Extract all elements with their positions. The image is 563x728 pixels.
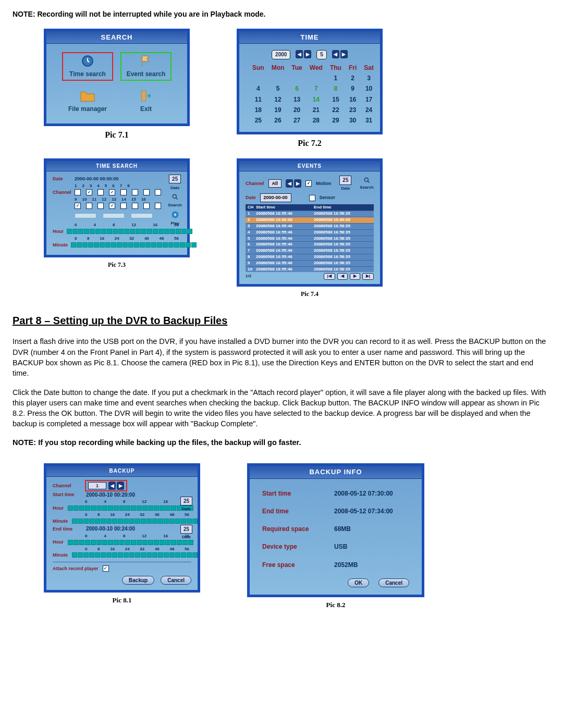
bar-segment[interactable] (123, 242, 128, 248)
ev-ch-value[interactable]: All (268, 179, 282, 188)
bar-segment[interactable] (158, 229, 164, 234)
backup-button[interactable]: Backup (122, 576, 154, 585)
event-row[interactable]: 820080508 16:55:4620080508 16:58:35 (246, 254, 374, 260)
bar-segment[interactable] (102, 540, 107, 545)
bar-segment[interactable] (171, 505, 176, 511)
cal-cell[interactable]: 23 (349, 106, 357, 114)
bar-segment[interactable] (72, 229, 78, 234)
bar-segment[interactable] (169, 552, 175, 558)
bar-segment[interactable] (141, 519, 146, 524)
cal-cell[interactable]: 31 (364, 116, 374, 125)
cal-cell[interactable]: 12 (272, 95, 285, 104)
bar-segment[interactable] (142, 505, 148, 511)
bk-min-bars-2[interactable] (72, 552, 198, 558)
event-search-item[interactable]: Event search (121, 53, 170, 79)
bar-segment[interactable] (91, 505, 96, 511)
bar-segment[interactable] (96, 505, 102, 511)
channel-check[interactable] (120, 203, 127, 209)
month-arrows[interactable]: ◀▶ (332, 50, 348, 59)
bar-segment[interactable] (137, 540, 142, 545)
next-icon[interactable]: ▶ (340, 50, 348, 58)
bar-segment[interactable] (124, 519, 129, 524)
bar-segment[interactable] (94, 242, 99, 248)
prev-icon[interactable]: ◀ (332, 50, 339, 58)
bar-segment[interactable] (67, 229, 72, 234)
event-row[interactable]: 1020080508 16:55:4620080508 16:58:35 (246, 266, 374, 273)
bar-segment[interactable] (83, 519, 89, 524)
bar-segment[interactable] (174, 242, 179, 248)
bar-segment[interactable] (158, 552, 163, 558)
cal-cell[interactable]: 21 (310, 106, 323, 114)
cal-cell[interactable]: 18 (252, 106, 264, 114)
bar-segment[interactable] (112, 552, 117, 558)
time-search-item[interactable]: Time search (63, 53, 112, 79)
bar-segment[interactable] (135, 519, 140, 524)
event-row[interactable]: 320080508 16:55:4620080508 16:58:35 (246, 223, 374, 229)
bar-segment[interactable] (141, 229, 146, 234)
bk-min-bars-1[interactable] (72, 519, 198, 524)
bar-segment[interactable] (108, 505, 113, 511)
play-icon[interactable] (171, 211, 179, 219)
bar-segment[interactable] (119, 505, 125, 511)
cal-cell[interactable] (310, 74, 323, 82)
bar-segment[interactable] (68, 540, 73, 545)
cal-cell[interactable]: 8 (330, 84, 341, 93)
channel-check[interactable] (97, 203, 104, 209)
bar-segment[interactable] (192, 552, 198, 558)
channel-check[interactable] (86, 189, 92, 195)
bar-segment[interactable] (164, 229, 169, 234)
minute-bars[interactable] (71, 242, 197, 248)
bar-segment[interactable] (88, 242, 93, 248)
search-icon[interactable] (172, 193, 179, 201)
channel-check[interactable] (86, 203, 92, 209)
bar-segment[interactable] (72, 552, 77, 558)
cal-cell[interactable]: 4 (252, 84, 264, 93)
cal-cell[interactable]: 22 (330, 106, 341, 114)
bar-segment[interactable] (114, 505, 119, 511)
bar-segment[interactable] (74, 505, 79, 511)
bar-segment[interactable] (129, 519, 134, 524)
event-row[interactable]: 420080508 16:55:4620080508 16:58:35 (246, 229, 374, 236)
cal-cell[interactable]: 6 (291, 84, 302, 93)
bar-segment[interactable] (101, 519, 106, 524)
bar-segment[interactable] (152, 519, 157, 524)
bar-segment[interactable] (164, 552, 169, 558)
ch-checks-1[interactable] (75, 189, 161, 195)
channel-check[interactable] (143, 189, 150, 195)
bar-segment[interactable] (89, 519, 94, 524)
bar-segment[interactable] (164, 519, 169, 524)
event-row[interactable]: 620080508 16:55:4620080508 16:58:35 (246, 241, 374, 248)
bar-segment[interactable] (168, 242, 174, 248)
bar-segment[interactable] (78, 519, 83, 524)
cal-cell[interactable]: 26 (272, 116, 285, 125)
event-row[interactable]: 220080508 10:00:0020080508 10:00:00 (246, 217, 374, 223)
bar-segment[interactable] (84, 229, 89, 234)
bar-segment[interactable] (154, 540, 159, 545)
cal-cell[interactable] (252, 74, 264, 82)
cal-cell[interactable]: 16 (349, 95, 357, 104)
date-button[interactable]: 25 (169, 175, 181, 184)
cal-cell[interactable]: 19 (272, 106, 285, 114)
next-icon[interactable]: ▶ (350, 273, 360, 280)
cal-cell[interactable]: 14 (310, 95, 323, 104)
first-icon[interactable]: |◀ (324, 273, 335, 280)
bar-segment[interactable] (118, 519, 123, 524)
channel-check[interactable] (143, 203, 150, 209)
bar-segment[interactable] (112, 519, 117, 524)
search-icon[interactable] (363, 177, 371, 184)
ev-ch-arrows[interactable]: ◀▶ (286, 179, 301, 188)
bar-segment[interactable] (160, 505, 165, 511)
cal-cell[interactable]: 9 (349, 84, 357, 93)
bar-segment[interactable] (141, 552, 146, 558)
bar-segment[interactable] (163, 242, 168, 248)
bar-segment[interactable] (74, 540, 79, 545)
bar-segment[interactable] (105, 242, 111, 248)
bar-segment[interactable] (135, 552, 140, 558)
bar-segment[interactable] (114, 540, 119, 545)
bar-segment[interactable] (78, 552, 83, 558)
channel-check[interactable] (75, 189, 81, 195)
bk-ch-value[interactable]: 1 (88, 482, 106, 489)
date-button[interactable]: 25 (339, 176, 351, 185)
cal-cell[interactable]: 5 (272, 84, 285, 93)
bar-segment[interactable] (152, 552, 157, 558)
